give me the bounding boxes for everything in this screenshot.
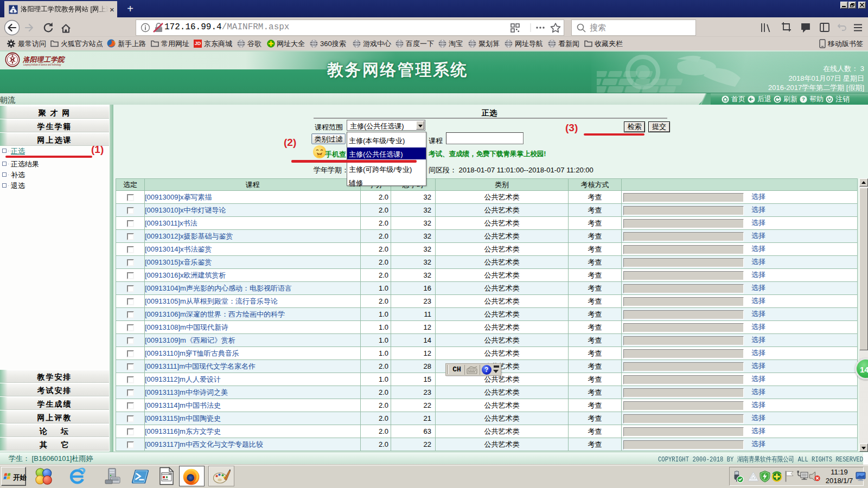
svg-text:?: ? bbox=[802, 97, 805, 102]
svg-text:洛阳理工学院: 洛阳理工学院 bbox=[8, 53, 17, 55]
